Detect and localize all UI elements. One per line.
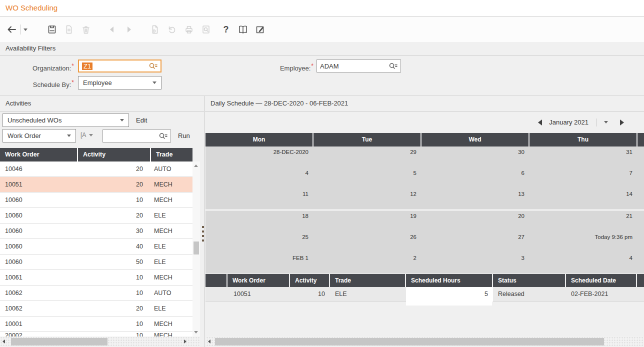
calendar-day-cell[interactable]: 14 <box>530 188 638 210</box>
back-button[interactable] <box>3 21 20 38</box>
column-header-scheduled-hours[interactable]: Scheduled Hours <box>406 274 492 287</box>
calendar-day-cell[interactable]: 19 <box>314 210 422 232</box>
cell-status: Released <box>493 290 566 298</box>
calendar-day-cell[interactable]: 4 <box>206 168 314 188</box>
edit-pen-icon <box>255 24 265 34</box>
calendar-day-cell[interactable]: 18 <box>206 210 314 232</box>
calendar-day-cell[interactable]: 5 <box>314 168 422 188</box>
calendar-day-cell[interactable]: 31 <box>530 146 638 168</box>
cell-scheduled-date: 02-FEB-2021 <box>566 290 637 298</box>
horizontal-scrollbar-left[interactable] <box>0 336 200 347</box>
edit-dataspy-button[interactable]: Edit <box>136 116 147 124</box>
calendar-day-cell[interactable]: 4 <box>530 252 638 274</box>
scroll-left-icon[interactable] <box>208 340 210 344</box>
filter-value-input[interactable] <box>102 130 171 142</box>
lookup-icon[interactable] <box>158 132 168 140</box>
screen-designer-button[interactable] <box>252 21 268 38</box>
table-row-selected[interactable]: 10051 20 MECH <box>0 177 192 192</box>
month-label[interactable]: January 2021 <box>549 118 588 126</box>
cell-activity: 10 <box>78 320 150 328</box>
calendar-day-cell[interactable]: 2 <box>314 252 422 274</box>
table-row[interactable]: 10062 20 ELE <box>0 301 192 316</box>
chevron-down-icon <box>67 134 71 137</box>
export-button <box>146 21 164 38</box>
toolbar: ? <box>0 17 644 42</box>
column-header-status[interactable]: Status <box>493 274 565 287</box>
horizontal-scrollbar-right[interactable] <box>206 336 644 347</box>
column-header-partial <box>637 274 644 287</box>
previous-month-icon[interactable] <box>538 120 542 126</box>
scroll-up-icon[interactable] <box>194 164 198 167</box>
cell-scheduled-hours-input[interactable]: 5 <box>406 287 493 302</box>
vertical-scrollbar[interactable] <box>192 162 200 336</box>
scroll-left-icon[interactable] <box>2 340 5 344</box>
month-picker-chevron-icon[interactable] <box>604 121 608 124</box>
table-row[interactable]: 10060 30 MECH <box>0 224 192 239</box>
employee-input[interactable]: ADAM <box>316 60 401 72</box>
calendar-day-cell-partial <box>638 188 644 210</box>
scroll-right-icon[interactable] <box>184 340 186 344</box>
save-button[interactable] <box>44 21 60 38</box>
organization-input[interactable]: Z1 <box>78 60 162 72</box>
calendar-day-cell[interactable]: 30 <box>422 146 530 168</box>
calendar-day-cell-today[interactable]: Today 9:36 pm <box>530 232 638 252</box>
schedule-by-select[interactable]: Employee <box>78 76 162 90</box>
cell-work-order: 10060 <box>0 212 78 219</box>
calendar-day-cell[interactable]: 3 <box>422 252 530 274</box>
filter-field-select[interactable]: Work Order <box>2 129 76 142</box>
dataspy-select[interactable]: Unscheduled WOs <box>2 114 129 127</box>
table-row[interactable]: 10060 10 MECH <box>0 192 192 208</box>
table-row[interactable]: 10061 10 MECH <box>0 270 192 286</box>
previous-record-button <box>104 21 120 38</box>
calendar-day-cell[interactable]: 26 <box>314 232 422 252</box>
calendar-day-cell[interactable]: 20 <box>422 210 530 232</box>
table-row[interactable]: 10060 40 ELE <box>0 239 192 254</box>
column-header-work-order[interactable]: Work Order <box>228 274 289 287</box>
back-history-button[interactable] <box>20 21 30 38</box>
scroll-down-icon[interactable] <box>194 331 198 334</box>
cell-trade: MECH <box>150 332 192 336</box>
table-row[interactable]: 10001 10 MECH <box>0 316 192 332</box>
column-header-trade[interactable]: Trade <box>151 148 192 162</box>
filter-operator-button[interactable]: [A <box>80 132 93 138</box>
calendar-day-cell[interactable]: 13 <box>422 188 530 210</box>
table-row[interactable]: 10060 20 ELE <box>0 208 192 224</box>
column-header-activity[interactable]: Activity <box>78 148 150 162</box>
lookup-icon[interactable] <box>148 62 158 70</box>
cell-trade: ELE <box>150 212 192 219</box>
table-row-partial[interactable]: 20002 10 MECH <box>0 332 192 336</box>
work-orders-table: Work Order Activity Trade 10046 20 AUTO … <box>0 148 192 336</box>
calendar-day-cell[interactable]: 11 <box>206 188 314 210</box>
table-row[interactable]: 10062 10 AUTO <box>0 286 192 301</box>
assignment-row[interactable]: 10051 10 ELE 5 Released 02-FEB-2021 <box>206 287 644 302</box>
calendar-day-cell[interactable]: 12 <box>314 188 422 210</box>
calendar-day-cell[interactable]: 25 <box>206 232 314 252</box>
calendar-day-cell[interactable]: 28-DEC-2020 <box>206 146 314 168</box>
next-month-icon[interactable] <box>620 120 624 126</box>
cell-activity: 10 <box>78 332 150 336</box>
scrollbar-thumb[interactable] <box>194 242 199 254</box>
lookup-icon[interactable] <box>388 62 398 70</box>
calendar-day-cell[interactable]: FEB 1 <box>206 252 314 274</box>
scrollbar-thumb[interactable] <box>11 338 108 346</box>
calendar-day-cell[interactable]: 27 <box>422 232 530 252</box>
calendar-day-cell[interactable]: 7 <box>530 168 638 188</box>
new-record-button <box>60 21 78 38</box>
table-row[interactable]: 10046 20 AUTO <box>0 162 192 177</box>
calendar-day-cell[interactable]: 6 <box>422 168 530 188</box>
manuals-button[interactable] <box>234 21 252 38</box>
calendar-day-cell-partial <box>638 168 644 188</box>
calendar-day-cell[interactable]: 21 <box>530 210 638 232</box>
run-button[interactable]: Run <box>178 132 190 140</box>
cell-work-order: 10051 <box>228 290 290 298</box>
column-header-work-order[interactable]: Work Order <box>0 148 77 162</box>
calendar-day-cell-partial <box>638 146 644 168</box>
help-button[interactable]: ? <box>218 21 234 38</box>
column-header-trade[interactable]: Trade <box>330 274 405 287</box>
calendar-day-cell[interactable]: 29 <box>314 146 422 168</box>
table-row[interactable]: 10060 50 ELE <box>0 254 192 270</box>
panel-splitter-handle[interactable] <box>202 226 204 246</box>
column-header-scheduled-date[interactable]: Scheduled Date <box>566 274 636 287</box>
scrollbar-thumb[interactable] <box>215 338 604 346</box>
column-header-activity[interactable]: Activity <box>290 274 329 287</box>
